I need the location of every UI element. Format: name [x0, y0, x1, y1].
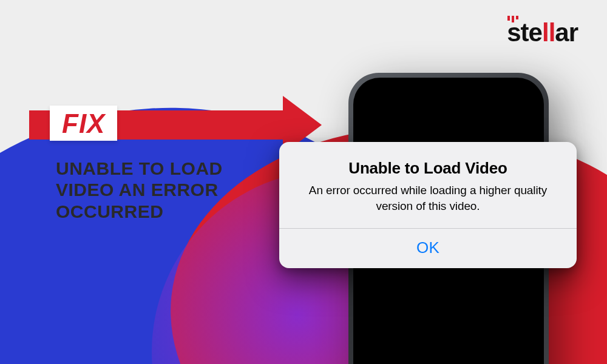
promo-canvas: stellar FIX UNABLE TO LOAD VIDEO AN ERRO…	[0, 0, 607, 364]
alert-message: An error occurred while loading a higher…	[297, 183, 558, 214]
ios-alert-dialog: Unable to Load Video An error occurred w…	[279, 142, 577, 268]
logo-text-pre: ste	[507, 18, 542, 47]
alert-ok-button[interactable]: OK	[279, 229, 577, 268]
logo-accent-bars-icon	[507, 16, 518, 22]
alert-content: Unable to Load Video An error occurred w…	[279, 142, 577, 228]
logo-text-l1: l	[542, 18, 549, 47]
headline-text: UNABLE TO LOAD VIDEO AN ERROR OCCURRED	[56, 158, 256, 222]
logo-text-l2: l	[549, 18, 555, 47]
fix-badge: FIX	[50, 106, 117, 141]
phone-notch-icon	[397, 78, 500, 96]
alert-title: Unable to Load Video	[297, 159, 558, 178]
stellar-logo: stellar	[507, 18, 578, 47]
fix-arrow-banner: FIX	[29, 97, 333, 146]
logo-text-post: ar	[555, 18, 578, 47]
